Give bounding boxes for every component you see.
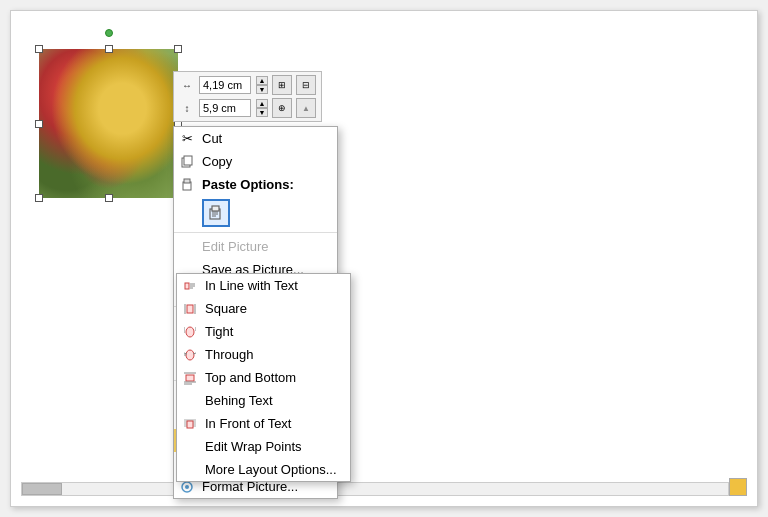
svg-rect-34 [185, 283, 189, 289]
square-label: Square [205, 301, 247, 316]
toolbar-btn-3[interactable]: ⊕ [272, 98, 292, 118]
menu-item-cut[interactable]: ✂ Cut [174, 127, 337, 150]
height-spin-up[interactable]: ▲ [256, 99, 268, 108]
document-area: ↔ ▲ ▼ ⊞ ⊟ ↕ ▲ ▼ ⊕ ▲ [0, 0, 768, 517]
svg-rect-59 [186, 375, 194, 381]
cut-label: Cut [202, 131, 222, 146]
svg-rect-5 [212, 206, 219, 211]
toolbar-row-height: ↕ ▲ ▼ ⊕ ▲ [179, 98, 316, 118]
separator-1 [174, 232, 337, 233]
through-icon [182, 347, 198, 363]
wrap-text-submenu: In Line with Text Square Tight [176, 273, 351, 482]
width-input[interactable] [199, 76, 251, 94]
top-bottom-label: Top and Bottom [205, 370, 296, 385]
cut-icon: ✂ [179, 131, 195, 147]
float-toolbar: ↔ ▲ ▼ ⊞ ⊟ ↕ ▲ ▼ ⊕ ▲ [173, 71, 322, 122]
paste-options-label: Paste Options: [202, 177, 294, 192]
flower-image [39, 49, 178, 198]
handle-top-left[interactable] [35, 45, 43, 53]
infront-icon [182, 416, 198, 432]
submenu-inline[interactable]: In Line with Text [177, 274, 350, 297]
svg-rect-3 [184, 179, 190, 183]
paste-icon-row [174, 196, 337, 230]
width-spinner: ▲ ▼ [256, 76, 268, 94]
svg-point-55 [186, 350, 194, 360]
submenu-through[interactable]: Through [177, 343, 350, 366]
submenu-more-layout[interactable]: More Layout Options... [177, 458, 350, 481]
tight-label: Tight [205, 324, 233, 339]
toolbar-btn-4[interactable]: ▲ [296, 98, 316, 118]
submenu-behind[interactable]: Behing Text [177, 389, 350, 412]
menu-item-paste-options[interactable]: Paste Options: [174, 173, 337, 196]
svg-rect-38 [187, 305, 193, 313]
behind-label: Behing Text [205, 393, 273, 408]
handle-bot-mid[interactable] [105, 194, 113, 202]
tight-icon [182, 324, 198, 340]
height-spinner: ▲ ▼ [256, 99, 268, 117]
handle-top-right[interactable] [174, 45, 182, 53]
inline-icon [182, 278, 198, 294]
svg-rect-1 [184, 156, 192, 165]
edit-picture-label: Edit Picture [202, 239, 268, 254]
handle-bot-left[interactable] [35, 194, 43, 202]
svg-rect-67 [187, 421, 193, 428]
paste-icon [179, 177, 195, 193]
svg-point-33 [185, 485, 189, 489]
width-spin-up[interactable]: ▲ [256, 76, 268, 85]
edit-wrap-label: Edit Wrap Points [205, 439, 302, 454]
width-icon: ↔ [179, 77, 195, 93]
handle-mid-left[interactable] [35, 120, 43, 128]
scrollbar-corner [729, 478, 747, 496]
submenu-tight[interactable]: Tight [177, 320, 350, 343]
bottom-scrollbar[interactable] [21, 482, 729, 496]
menu-item-edit-picture: Edit Picture [174, 235, 337, 258]
copy-label: Copy [202, 154, 232, 169]
submenu-square[interactable]: Square [177, 297, 350, 320]
rotation-handle[interactable] [105, 29, 113, 37]
height-icon: ↕ [179, 100, 195, 116]
scrollbar-thumb[interactable] [22, 483, 62, 495]
square-icon [182, 301, 198, 317]
paste-icon-box[interactable] [202, 199, 230, 227]
toolbar-btn-1[interactable]: ⊞ [272, 75, 292, 95]
submenu-top-bottom[interactable]: Top and Bottom [177, 366, 350, 389]
toolbar-row-width: ↔ ▲ ▼ ⊞ ⊟ [179, 75, 316, 95]
copy-icon [179, 154, 195, 170]
through-label: Through [205, 347, 253, 362]
toolbar-btn-2[interactable]: ⊟ [296, 75, 316, 95]
menu-item-copy[interactable]: Copy [174, 150, 337, 173]
more-layout-label: More Layout Options... [205, 462, 337, 477]
height-input[interactable] [199, 99, 251, 117]
width-spin-down[interactable]: ▼ [256, 85, 268, 94]
svg-point-49 [186, 327, 194, 337]
handle-top-mid[interactable] [105, 45, 113, 53]
infront-label: In Front of Text [205, 416, 291, 431]
top-bottom-icon [182, 370, 198, 386]
document-page: ↔ ▲ ▼ ⊞ ⊟ ↕ ▲ ▼ ⊕ ▲ [10, 10, 758, 507]
submenu-edit-wrap[interactable]: Edit Wrap Points [177, 435, 350, 458]
height-spin-down[interactable]: ▼ [256, 108, 268, 117]
inline-label: In Line with Text [205, 278, 298, 293]
selected-image[interactable] [31, 41, 186, 206]
submenu-infront[interactable]: In Front of Text [177, 412, 350, 435]
